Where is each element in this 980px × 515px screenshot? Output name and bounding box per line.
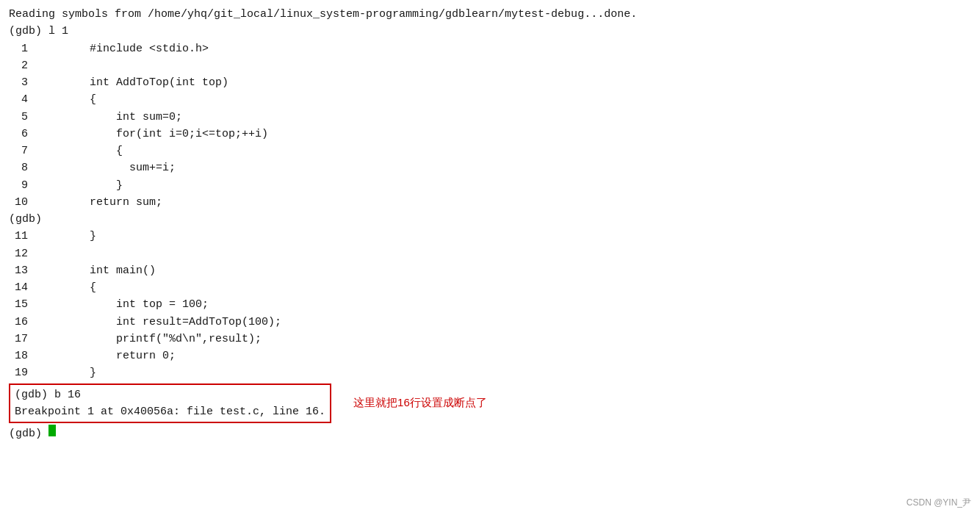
line-content-5: int sum=0; [37,109,182,126]
code-line-2: 2 [9,57,971,74]
code-line-11: 11 } [9,228,971,245]
code-line-14: 14 { [9,279,971,296]
header-text: Reading symbols from /home/yhq/git_local… [9,6,637,23]
line-content-4: { [37,91,96,108]
line-num-6: 6 [9,126,37,143]
code-line-7: 7 { [9,143,971,159]
line-num-15: 15 [9,296,37,313]
line-content-16: int result=AddToTop(100); [37,314,281,331]
line-content-10: return sum; [37,194,162,211]
code-line-19: 19 } [9,364,971,381]
code-line-15: 15 int top = 100; [9,296,971,313]
line-content-18: return 0; [37,347,176,364]
line-num-11: 11 [9,228,37,245]
line-content-1: #include <stdio.h> [37,40,209,57]
line-num-17: 17 [9,331,37,347]
line-num-5: 5 [9,109,37,126]
line-num-14: 14 [9,279,37,296]
line-content-19: } [37,364,96,381]
gdb-prompt-1: (gdb) l 1 [9,23,68,40]
line-num-13: 13 [9,262,37,279]
line-num-19: 19 [9,364,37,381]
code-line-17: 17 printf("%d\n",result); [9,331,971,347]
code-line-3: 3 int AddToTop(int top) [9,74,971,91]
line-num-7: 7 [9,143,37,159]
line-content-7: { [37,143,123,159]
code-line-8: 8 sum+=i; [9,159,971,176]
code-line-16: 16 int result=AddToTop(100); [9,314,971,331]
line-content-8: sum+=i; [37,159,176,176]
line-content-17: printf("%d\n",result); [37,331,262,347]
annotation-label: 这里就把16行设置成断点了 [353,396,487,410]
gdb-mid-text: (gdb) [9,211,42,228]
line-content-13: int main() [37,262,156,279]
line-num-8: 8 [9,159,37,176]
code-line-1: 1 #include <stdio.h> [9,40,971,57]
breakpoint-cmd-line: (gdb) b 16 [15,386,325,403]
code-line-18: 18 return 0; [9,347,971,364]
gdb-prompt-mid: (gdb) [9,211,971,228]
line-num-10: 10 [9,194,37,211]
breakpoint-section: (gdb) b 16 Breakpoint 1 at 0x40056a: fil… [9,383,971,424]
line-content-14: { [37,279,96,296]
code-line-13: 13 int main() [9,262,971,279]
code-line-6: 6 for(int i=0;i<=top;++i) [9,126,971,143]
final-prompt-text: (gdb) [9,425,48,442]
line-num-9: 9 [9,177,37,194]
breakpoint-result-line: Breakpoint 1 at 0x40056a: file test.c, l… [15,403,325,420]
code-block-1: 1 #include <stdio.h> 2 3 int AddToTop(in… [9,40,971,212]
code-line-4: 4 { [9,91,971,108]
code-line-5: 5 int sum=0; [9,109,971,126]
breakpoint-result-text: Breakpoint 1 at 0x40056a: file test.c, l… [15,403,325,420]
line-num-1: 1 [9,40,37,57]
line-content-15: int top = 100; [37,296,209,313]
cursor-block [48,425,56,436]
code-line-10: 10 return sum; [9,194,971,211]
line-content-6: for(int i=0;i<=top;++i) [37,126,268,143]
code-line-12: 12 [9,245,971,262]
breakpoint-box: (gdb) b 16 Breakpoint 1 at 0x40056a: fil… [9,383,331,424]
line-content-3: int AddToTop(int top) [37,74,228,91]
line-content-9: } [37,177,123,194]
terminal-window: Reading symbols from /home/yhq/git_local… [0,0,980,515]
line-num-12: 12 [9,245,37,262]
code-line-9: 9 } [9,177,971,194]
line-num-18: 18 [9,347,37,364]
line-num-4: 4 [9,91,37,108]
line-content-11: } [37,228,96,245]
header-line: Reading symbols from /home/yhq/git_local… [9,6,971,23]
code-block-2: 11 } 12 13 int main() 14 { 15 int top = … [9,228,971,381]
watermark: CSDN @YIN_尹 [907,497,971,509]
line-num-3: 3 [9,74,37,91]
breakpoint-cmd-text: (gdb) b 16 [15,386,81,403]
line-num-16: 16 [9,314,37,331]
gdb-list-command: (gdb) l 1 [9,23,971,40]
line-num-2: 2 [9,57,37,74]
final-prompt-line: (gdb) [9,425,971,442]
